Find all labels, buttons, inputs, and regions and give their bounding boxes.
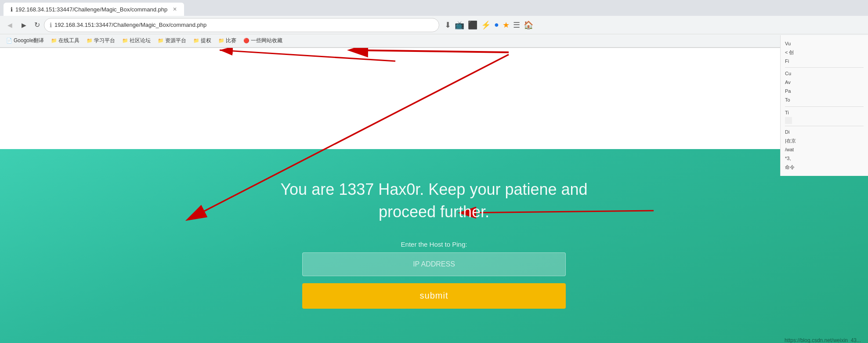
tab-close-icon[interactable]: ✕ [173,6,177,12]
screenshot-icon[interactable]: ⬛ [468,20,477,30]
submit-button[interactable]: submit [302,283,566,309]
form-label: Enter the Host to Ping: [401,241,467,248]
bookmark-sites[interactable]: 🔴 一些网站收藏 [241,36,285,45]
browser-chrome: ℹ 192.168.34.151:33447/Challenge/Magic_B… [0,0,868,48]
bookmark-learn[interactable]: 📁 学习平台 [84,36,118,45]
bookmark-label: 提权 [201,37,211,44]
active-tab[interactable]: ℹ 192.168.34.151:33447/Challenge/Magic_B… [4,3,184,16]
bookmark-resources[interactable]: 📁 资源平台 [155,36,189,45]
svg-line-1 [220,50,395,61]
bookmark-icon: 📁 [122,38,128,44]
bookmarks-bar: 📄 Googole翻译 📁 在线工具 📁 学习平台 📁 社区论坛 📁 资源平台 … [0,34,868,47]
bookmark-icon: 📁 [193,38,199,44]
annotation-area [0,48,868,149]
headline-text: You are 1337 Hax0r. Keep your patiene an… [280,179,588,223]
profile-icon[interactable]: ● [494,20,499,29]
bottom-link: https://blog.csdn.net/weixin_43... [785,337,861,343]
bookmark-label: 学习平台 [94,37,115,44]
ip-address-input[interactable] [302,252,566,276]
extensions-icon[interactable]: ⬇ [445,20,451,30]
bookmark-icon: 📁 [51,38,57,44]
main-content: You are 1337 Hax0r. Keep your patiene an… [0,149,868,343]
bookmark-icon: 📄 [6,38,12,44]
bookmark-label: 社区论坛 [130,37,151,44]
bookmark-tools[interactable]: 📁 在线工具 [48,36,82,45]
address-text: 192.168.34.151:33447/Challenge/Magic_Box… [54,22,434,28]
forward-button[interactable]: ▶ [18,19,30,31]
cast-icon[interactable]: 📺 [455,20,464,30]
security-icon: ℹ [50,22,52,29]
browser-right-icons: ⬇ 📺 ⬛ ⚡ ● ★ ☰ 🏠 [445,20,533,30]
bookmark-label: 比赛 [226,37,236,44]
bookmark-priv[interactable]: 📁 提权 [191,36,214,45]
bookmark-label: 资源平台 [165,37,186,44]
apps-icon[interactable]: ⚡ [481,20,491,30]
right-panel-content: Vu < 创 Fi Cu Av Pa To Ti Di |在京 /wat *3,… [785,40,864,172]
menu-icon[interactable]: ☰ [513,20,520,30]
bookmark-icon: 📁 [158,38,164,44]
toolbar: ◀ ▶ ↻ ℹ 192.168.34.151:33447/Challenge/M… [0,16,868,34]
bookmark-icon: 🔴 [243,38,250,44]
arrow-svg [0,48,868,149]
bookmark-label: 一些网站收藏 [251,37,282,44]
bookmark-googole[interactable]: 📄 Googole翻译 [4,36,47,45]
reload-button[interactable]: ↻ [32,20,42,30]
bookmark-label: Googole翻译 [14,37,44,44]
bookmark-icon: 📁 [87,38,93,44]
tab-favicon: ℹ [11,6,13,13]
diagonal-arrow [0,48,868,149]
ping-form: Enter the Host to Ping: submit [302,241,566,309]
tab-bar: ℹ 192.168.34.151:33447/Challenge/Magic_B… [0,0,868,16]
bookmark-label: 在线工具 [58,37,80,44]
home-icon[interactable]: 🏠 [524,20,533,30]
address-bar[interactable]: ℹ 192.168.34.151:33447/Challenge/Magic_B… [44,18,439,32]
svg-line-3 [351,50,509,52]
star-icon[interactable]: ★ [503,20,510,30]
tab-title: 192.168.34.151:33447/Challenge/Magic_Box… [15,6,167,13]
back-button[interactable]: ◀ [4,19,16,31]
bookmark-forum[interactable]: 📁 社区论坛 [119,36,153,45]
bookmark-ctf[interactable]: 📁 比赛 [216,36,239,45]
bookmark-icon: 📁 [218,38,224,44]
right-panel: Vu < 创 Fi Cu Av Pa To Ti Di |在京 /wat *3,… [780,35,868,176]
